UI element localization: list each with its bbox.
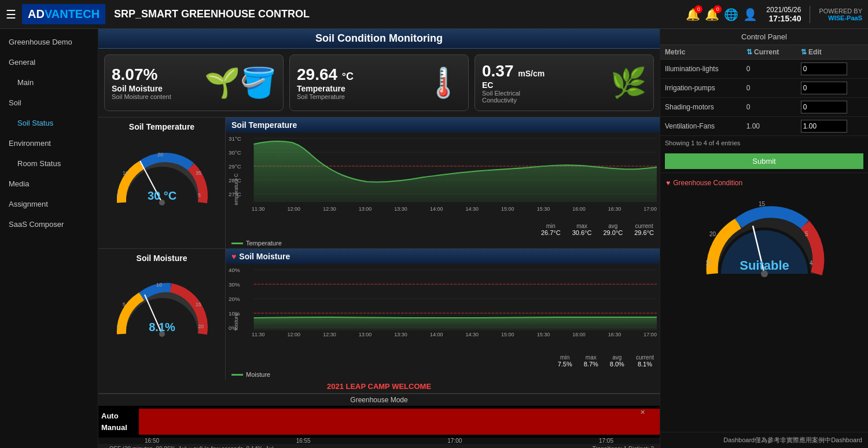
gc-title-label: Greenhouse Condition [673,179,742,187]
transitions-label: Transitions: 1 Distinct: 2 [593,446,654,448]
svg-text:Moisture: Moisture [233,314,239,331]
sidebar-item-environment[interactable]: Environment [0,133,98,153]
time-label-3: 17:00 [447,438,462,444]
cp-showing: Showing 1 to 4 of 4 entries [660,136,868,150]
edit-shading[interactable] [796,98,868,117]
temp-gauge-title: Soil Temperature [129,122,194,131]
status-auto: ■ OFF (30 minutes, 99.86%, 1x) ■ null (a… [104,446,274,448]
sidebar-item-soil-status[interactable]: Soil Status [0,113,98,133]
temp-chart-area: 31°C 30°C 29°C 28°C 27°C Temperature C [226,133,660,221]
col-edit: ⇅ Edit [796,45,868,60]
moisture-chart-area: 40% 30% 20% 10% 0% Moisture [226,264,660,352]
table-row: Shading-motors 0 [660,98,868,117]
current-shading: 0 [742,98,796,117]
sidebar-item-soil[interactable]: Soil [0,93,98,113]
auto-dot: ■ [104,446,108,448]
svg-text:0: 0 [117,192,120,198]
soil-moisture-sub: Soil Moisture content [112,93,171,100]
edit-shading-input[interactable] [801,101,847,113]
temp-chart-title: Soil Temperature [226,117,660,133]
bell1-badge: 0 [694,5,703,13]
temp-stat-max: max30.6°C [572,223,592,236]
sidebar-item-saas-composer[interactable]: SaaS Composer [0,214,98,234]
edit-irrigation[interactable] [796,79,868,98]
svg-text:5: 5 [805,231,808,237]
user-icon[interactable]: 👤 [743,8,757,21]
svg-text:5: 5 [123,302,126,307]
metric-shading: Shading-motors [660,98,742,117]
notification-icons: 🔔 0 🔔 0 🌐 👤 [686,8,757,21]
moisture-gauge-svg: 0 5 10 15 20 8.1% [110,270,214,340]
sidebar-item-media[interactable]: Media [0,174,98,194]
powered-by: POWERED BY WISE-PaaS [819,8,862,21]
svg-text:0: 0 [117,324,120,329]
ec-label: EC [482,80,545,90]
gc-heart-icon: ♥ [666,179,670,187]
current-illumination: 0 [742,60,796,79]
time-label-4: 17:05 [599,438,613,444]
temp-gauge: 0 10 20 35 5 30 °C [110,136,214,211]
page-title: SRP_SMART GREENHOUSE CONTROL [114,8,686,20]
moisture-legend: Moisture [226,369,660,380]
svg-text:40%: 40% [229,267,240,273]
svg-text:29°C: 29°C [229,163,241,170]
bell2-icon-wrapper[interactable]: 🔔 0 [705,8,719,21]
ec-value: 0.37 mS/cm [482,62,545,80]
svg-text:8.1%: 8.1% [149,321,175,333]
header: ☰ ADVANTECH SRP_SMART GREENHOUSE CONTROL… [0,0,868,29]
moisture-gauge-block: Soil Moisture 0 5 10 15 20 [98,249,226,380]
time-label-2: 16:55 [296,438,311,444]
edit-illumination[interactable] [796,60,868,79]
logo-vantech: VANTECH [45,8,100,20]
globe-icon[interactable]: 🌐 [724,8,738,21]
bell2-badge: 0 [713,5,722,13]
sidebar-item-main[interactable]: Main [0,72,98,93]
edit-irrigation-input[interactable] [801,82,847,94]
ec-card: 0.37 mS/cm EC Soil ElectricalConductivit… [475,54,654,111]
temp-gauge-block: Soil Temperature 0 [98,117,226,248]
powered-label: POWERED BY [819,8,862,14]
main-layout: Greenhouse Demo General Main Soil Soil S… [0,29,868,448]
soil-temperature-value: 29.64 °C [297,65,354,84]
logo-text: ADVANTECH [28,8,100,21]
mode-close-icon[interactable]: ✕ [640,409,645,416]
svg-text:Temperature C: Temperature C [233,173,239,205]
plant-icon: 🌿 [610,66,646,100]
date: 2021/05/26 [766,6,801,14]
temp-legend: Temperature [226,238,660,248]
right-panel: Control Panel Metric ⇅ Current ⇅ Edit [660,29,868,448]
svg-text:15: 15 [759,201,766,207]
greenhouse-condition-section: ♥ Greenhouse Condition 10 20 [660,172,868,432]
submit-button[interactable]: Submit [665,153,863,169]
soil-condition-section: Soil Condition Monitoring 8.07% Soil Moi… [98,29,660,117]
control-panel-title: Control Panel [660,29,868,45]
gc-title: ♥ Greenhouse Condition [666,179,862,187]
temp-stat-avg: avg29.0°C [603,223,623,236]
svg-text:10: 10 [705,260,712,266]
hamburger-menu[interactable]: ☰ [6,8,16,21]
time: 17:15:40 [766,14,801,23]
edit-ventilation-input[interactable] [801,120,847,133]
moisture-gauge: 0 5 10 15 20 8.1% [110,267,214,343]
sidebar-item-general[interactable]: General [0,52,98,72]
bottom-note: Dashboard僅為參考非實際應用案例中Dashboard [660,432,868,448]
edit-illumination-input[interactable] [801,63,847,75]
bell1-icon-wrapper[interactable]: 🔔 0 [686,8,700,21]
logo: ADVANTECH [22,4,105,24]
ec-info: 0.37 mS/cm EC Soil ElectricalConductivit… [482,62,545,104]
leap-text: 2021 LEAP CAMP WELCOME [98,380,660,393]
svg-text:Suitable: Suitable [740,258,789,273]
sidebar-item-assignment[interactable]: Assignment [0,194,98,214]
temp-row: Soil Temperature 0 [98,117,660,248]
current-ventilation: 1.00 [742,117,796,136]
sidebar-item-greenhouse-demo[interactable]: Greenhouse Demo [0,32,98,52]
sidebar-item-room-status[interactable]: Room Status [0,153,98,174]
bottom-status: ■ OFF (30 minutes, 99.86%, 1x) ■ null (a… [98,444,660,448]
metric-irrigation: Irrigation-pumps [660,79,742,98]
thermometer-icon: 🌡️ [425,66,461,100]
soil-moisture-label: Soil Moisture [112,84,171,93]
sidebar: Greenhouse Demo General Main Soil Soil S… [0,29,98,448]
time-label-1: 16:50 [145,438,159,444]
edit-ventilation[interactable] [796,117,868,136]
svg-text:30 °C: 30 °C [147,189,176,202]
